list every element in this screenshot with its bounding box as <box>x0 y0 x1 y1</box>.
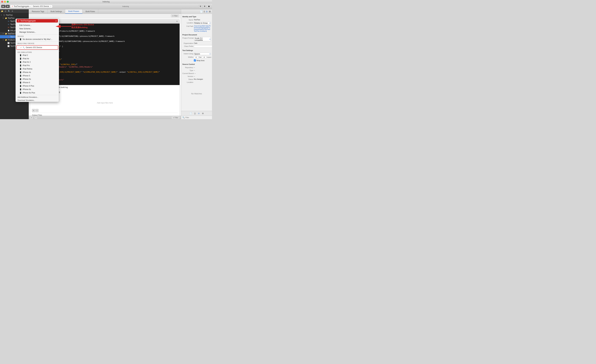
tab-resource-tags[interactable]: Resource Tags <box>29 9 47 14</box>
minimize-button[interactable] <box>4 1 6 3</box>
simulator-ipad-air[interactable]: 📱 iPad Air <box>16 57 59 60</box>
simulator-iphone-5s[interactable]: 📱 iPhone 5s <box>16 77 59 81</box>
fullpath-value[interactable]: /Users/Cain/MyFolder/Framework/Aggregate… <box>194 25 211 32</box>
inspector-content: Identity and Type Name TestTwo Location … <box>181 14 212 111</box>
sidebar-item-label-products: Products <box>8 39 15 41</box>
simulator-iphone-6s[interactable]: 📱 iPhone 6s <box>16 88 59 91</box>
project-format-label: Project Format <box>182 37 194 39</box>
inspector-file-icon[interactable]: 📄 <box>200 10 202 13</box>
new-scheme-item[interactable]: New Scheme... <box>16 27 59 30</box>
project-format-row: Project Format Xcode 3.2-compatible ▾ <box>182 37 211 41</box>
add-input-file-button[interactable]: + <box>32 109 35 112</box>
simulator-iphone-6[interactable]: 📱 iPhone 6 <box>16 81 59 84</box>
text-settings-title: Text Settings <box>182 50 211 51</box>
toolbar: ▶ ■ ⊙ TestTwoAggregate ▸ | Generic iOS D… <box>0 3 212 9</box>
location-row: Location Relative to Group ▾ <box>182 22 211 24</box>
tab-build-phases[interactable]: Build Phases <box>65 9 82 14</box>
tab-build-rules[interactable]: Build Rules <box>82 9 98 14</box>
simulator-ipad-pro[interactable]: 📱 iPad Pro <box>16 64 59 67</box>
folder-icon: 📁 <box>5 32 7 35</box>
no-matches-label: No Matches <box>182 89 211 98</box>
simulator-iphone-4s[interactable]: 📱 iPhone 4s <box>16 71 59 74</box>
sidebar-list-icon[interactable]: ☰ <box>4 10 7 13</box>
project-format-select[interactable]: Xcode 3.2-compatible ▾ <box>194 37 211 41</box>
close-button[interactable] <box>1 1 3 3</box>
plist-file-icon: 📄 <box>7 29 10 32</box>
simulator-ipad-retina[interactable]: 📱 iPad Retina <box>16 67 59 71</box>
identity-type-title: Identity and Type <box>182 16 211 17</box>
filter-button[interactable]: ≡ Filter <box>171 15 179 17</box>
view-toggle-button[interactable]: ⊞ <box>203 5 206 8</box>
manage-schemes-item[interactable]: Manage Schemes... <box>16 30 59 34</box>
download-simulators-link[interactable]: Download Simulators... <box>16 99 59 102</box>
class-prefix-input[interactable] <box>194 45 212 48</box>
simulator-ipad2[interactable]: 📱 iPad 2 <box>16 53 59 57</box>
close-icon[interactable]: ✕ <box>176 20 178 22</box>
edit-scheme-item[interactable]: Edit Scheme... <box>16 24 59 27</box>
chevron-down-icon: ▼ <box>1 14 2 16</box>
tab-width-input[interactable] <box>194 56 198 59</box>
inspector-circle-icon[interactable]: ⊙ <box>206 10 208 13</box>
add-simulators-link[interactable]: Add Additional Simulators... <box>16 96 59 99</box>
organization-label: Organization <box>182 42 193 44</box>
sidebar-settings-icon[interactable]: ⚙ <box>11 10 14 13</box>
target-icon: ⊙ <box>18 20 19 22</box>
inspector-info-icon[interactable]: ℹ <box>204 10 205 13</box>
type-label: Type <box>182 69 193 71</box>
tab-build-settings[interactable]: Build Settings <box>47 9 65 14</box>
window-controls[interactable] <box>1 1 9 3</box>
inspector-filter-input[interactable] <box>185 117 211 118</box>
sidebar-item-label: TestTwo <box>6 14 13 16</box>
checkmark-icon: ✓ <box>20 46 22 49</box>
simulator-iphone-6plus[interactable]: 📱 iPhone 6 Plus <box>16 84 59 88</box>
sidebar-folder-icon[interactable]: 📁 <box>1 10 4 13</box>
maximize-button[interactable] <box>7 1 9 3</box>
location-select[interactable]: Relative to Group ▾ <box>194 22 211 24</box>
simulator-iphone-5[interactable]: 📱 iPhone 5 <box>16 74 59 77</box>
active-scheme-label: TestTwoAggregate <box>20 20 36 22</box>
inspector-bottom-grid-icon[interactable]: ⊞ <box>202 112 204 114</box>
generic-ios-label: Generic iOS Device <box>26 46 42 49</box>
framework-icon: ⬜ <box>7 42 10 44</box>
status-filter-button[interactable]: ≡ Filter <box>171 116 180 119</box>
version-value: -- <box>194 75 211 77</box>
run-button[interactable]: ▶ <box>1 5 5 8</box>
ipad-icon: 📱 <box>19 68 22 70</box>
wrap-lines-row: Wrap lines <box>182 59 211 61</box>
inspector-bottom-file-icon[interactable]: 📄 <box>189 112 192 114</box>
project-doc-title: Project Document <box>182 34 211 36</box>
fullpath-label: Full Path <box>182 25 193 27</box>
indexing-status: Indexing <box>122 5 129 7</box>
titlebar-center: Indexing <box>103 1 109 3</box>
wrap-lines-checkbox[interactable] <box>194 59 196 61</box>
simulator-iphone-6splus[interactable]: 📱 iPhone 6s Plus <box>16 91 59 95</box>
status-add-button[interactable]: + <box>30 116 33 119</box>
ipad-icon: 📱 <box>19 58 22 60</box>
filter-bar: ≡ Filter <box>29 14 181 18</box>
widths-label: Widths <box>182 56 193 58</box>
inspector-grid-icon[interactable]: ⊞ <box>209 10 211 13</box>
inspector-bottom-code-icon[interactable]: {} <box>194 112 196 114</box>
inspector-bottom-circle-icon[interactable]: ⊙ <box>198 112 200 114</box>
indent-using-select[interactable]: Spaces ▾ <box>194 52 211 55</box>
version-label: Version <box>182 75 193 77</box>
scheme-selector[interactable]: ⊙ TestTwoAggregate ▸ | Generic iOS Devic… <box>10 5 52 8</box>
inspector-bottom-icons: 📄 {} ⊙ ⊞ <box>181 111 212 116</box>
active-scheme-item[interactable]: ⊙ TestTwoAggregate ▸ <box>17 19 58 22</box>
inspector-toggle-button[interactable]: ▣ <box>207 5 211 8</box>
remove-input-file-button[interactable]: − <box>35 109 38 112</box>
branch-value: -- <box>195 72 211 74</box>
indent-width-input[interactable] <box>202 56 206 59</box>
iphone-icon: 📱 <box>19 71 22 73</box>
editor-toggle-button[interactable]: ⊟ <box>199 5 202 8</box>
sidebar-item-testtwo-project[interactable]: ▼ ⬛ TestTwo <box>0 14 29 17</box>
repo-value: -- <box>194 67 211 68</box>
simulator-ipad-air2[interactable]: 📱 iPad Air 2 <box>16 60 59 64</box>
status-remove-button[interactable]: − <box>34 116 37 119</box>
generic-ios-item[interactable]: ✓ 🔧 Generic iOS Device <box>17 46 58 49</box>
stop-button[interactable]: ■ <box>6 5 10 8</box>
iphone-icon: 📱 <box>19 82 22 84</box>
sidebar-search-icon[interactable]: 🔍 <box>7 10 11 13</box>
indent-using-value: Spaces <box>194 53 200 55</box>
widths-row: Widths Tab Indent <box>182 56 211 59</box>
